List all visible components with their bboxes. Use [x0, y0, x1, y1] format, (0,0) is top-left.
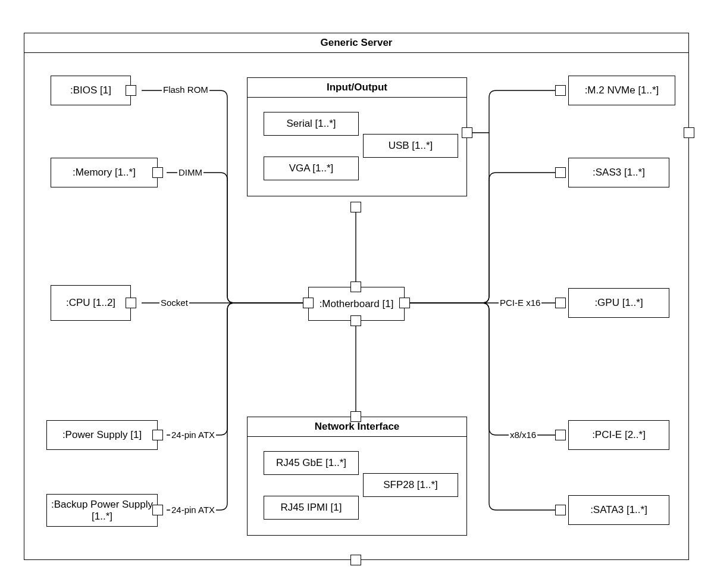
memory-edge-label: DIMM — [177, 167, 203, 177]
psu-box: :Power Supply [1] — [46, 420, 158, 450]
io-right-port — [462, 127, 472, 138]
net-rj45ipmi-box: RJ45 IPMI [1] — [264, 496, 359, 520]
bios-box: :BIOS [1] — [51, 76, 131, 105]
io-vga-box: VGA [1..*] — [264, 157, 359, 180]
m2-box: :M.2 NVMe [1..*] — [568, 76, 675, 105]
gpu-box: :GPU [1..*] — [568, 288, 669, 318]
gpu-port — [555, 298, 566, 308]
cpu-port — [126, 298, 136, 308]
io-title: Input/Output — [248, 78, 466, 98]
memory-port — [152, 167, 163, 178]
psu-port — [152, 430, 163, 440]
cpu-box: :CPU [1..2] — [51, 285, 131, 321]
generic-server-title: Generic Server — [24, 33, 688, 53]
motherboard-bottom-port — [350, 315, 361, 326]
bios-edge-label: Flash ROM — [162, 85, 209, 95]
m2-port — [555, 85, 566, 96]
motherboard-top-port — [350, 282, 361, 292]
bpsu-edge-label: 24-pin ATX — [170, 505, 216, 515]
motherboard-right-port — [399, 298, 410, 308]
memory-box: :Memory [1..*] — [51, 158, 158, 187]
gpu-edge-label: PCI-E x16 — [499, 298, 541, 308]
pcie-port — [555, 430, 566, 440]
sas3-port — [555, 167, 566, 178]
net-rj45gbe-box: RJ45 GbE [1..*] — [264, 451, 359, 475]
motherboard-left-port — [303, 298, 314, 308]
server-right-port — [684, 127, 694, 138]
io-usb-box: USB [1..*] — [363, 134, 458, 158]
sas3-box: :SAS3 [1..*] — [568, 158, 669, 187]
bios-port — [126, 85, 136, 96]
sata3-box: :SATA3 [1..*] — [568, 495, 669, 525]
psu-edge-label: 24-pin ATX — [170, 430, 216, 440]
pcie-edge-label: x8/x16 — [509, 430, 537, 440]
diagram-canvas: Generic Server Input/Output — [0, 0, 714, 588]
net-top-port — [350, 411, 361, 422]
io-bottom-port — [350, 202, 361, 212]
cpu-edge-label: Socket — [159, 298, 189, 308]
bpsu-port — [152, 505, 163, 515]
bpsu-box: :Backup Power Supply [1..*] — [46, 494, 158, 527]
sata3-port — [555, 505, 566, 515]
io-serial-box: Serial [1..*] — [264, 112, 359, 136]
net-bottom-port — [350, 555, 361, 565]
pcie-box: :PCI-E [2..*] — [568, 420, 669, 450]
net-sfp28-box: SFP28 [1..*] — [363, 473, 458, 497]
